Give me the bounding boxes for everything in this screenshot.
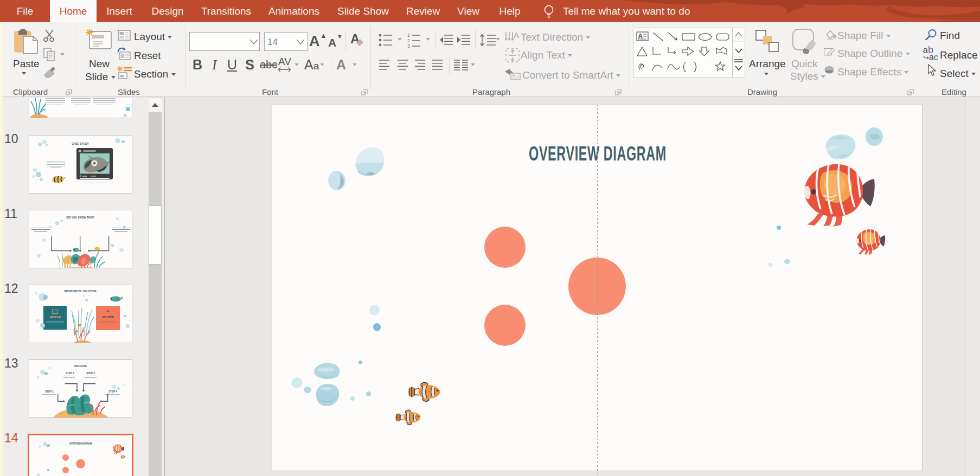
svg-text:3: 3 (407, 43, 410, 48)
svg-text:1: 1 (407, 33, 410, 38)
svg-text:2: 2 (407, 38, 410, 43)
svg-text:A: A (514, 31, 519, 40)
